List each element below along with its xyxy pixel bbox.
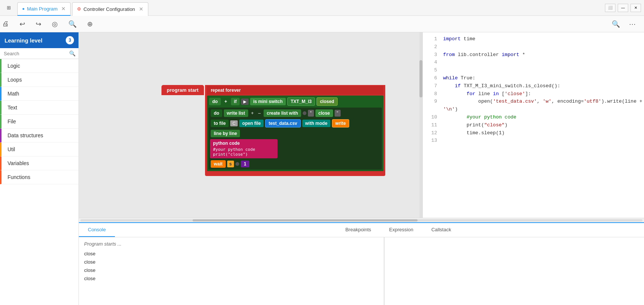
sidebar-item-data-structures[interactable]: Data structures — [0, 129, 78, 143]
plus-icon: + — [222, 98, 229, 105]
window-minimize[interactable]: — — [618, 4, 628, 12]
create-list-label[interactable]: create list with — [264, 109, 301, 117]
c-connector: C — [230, 120, 238, 126]
line-content-4 — [443, 59, 642, 67]
tab-expression[interactable]: Expression — [380, 223, 422, 237]
python-code-block[interactable]: python code #your python code print("clo… — [210, 139, 278, 158]
wait-label[interactable]: wait — [211, 160, 225, 168]
write-list-label[interactable]: write list — [224, 109, 248, 117]
code-line-1: 1 import time — [424, 35, 642, 43]
sidebar-item-loops[interactable]: Loops — [0, 73, 78, 87]
print-button[interactable]: 🖨 — [0, 18, 11, 29]
sidebar-item-math-label: Math — [8, 91, 19, 97]
search-toolbar-button[interactable]: 🔍 — [609, 18, 622, 30]
tab-breakpoints[interactable]: Breakpoints — [336, 223, 380, 237]
sidebar-item-text[interactable]: Text — [0, 101, 78, 115]
sidebar-item-file[interactable]: File — [0, 115, 78, 129]
tab-main-close[interactable]: ✕ — [61, 6, 66, 12]
txt-m-i3-label[interactable]: TXT_M_I3 — [287, 97, 315, 106]
plus-2: + — [250, 110, 255, 117]
zoom-in-button[interactable]: ⊕ — [85, 18, 95, 30]
code-line-5: 5 — [424, 67, 642, 74]
close-str-label[interactable]: close — [315, 109, 333, 117]
line-by-line-label[interactable]: line by line — [211, 130, 240, 137]
console-line-2: close — [84, 258, 379, 266]
sidebar-item-variables[interactable]: Variables — [0, 156, 78, 170]
line-content-7: if TXT_M_I3_mini_switch.is_closed(): — [443, 82, 642, 90]
python-code-line2: print("close") — [213, 152, 274, 157]
tab-console[interactable]: Console — [79, 223, 115, 237]
inner-dark-green: do write list + – create list with " clo… — [208, 108, 382, 170]
tab-controller-config[interactable]: ⚙ Controller Configuration ✕ — [72, 2, 148, 16]
write-list-row: do write list + – create list with " clo… — [209, 108, 381, 118]
bottom-panel: Console Breakpoints Expression Callstack… — [79, 222, 644, 305]
h-scrollbar-track — [80, 219, 642, 222]
if-label[interactable]: if — [231, 98, 240, 105]
code-line-10: 10 #your python code — [424, 114, 642, 121]
quote-open: " — [308, 110, 314, 117]
toolbar-right: 🔍 ⋯ — [609, 18, 644, 30]
sidebar-item-logic[interactable]: Logic — [0, 59, 78, 73]
line-by-line-row: line by line — [209, 129, 381, 138]
tab-controller-close[interactable]: ✕ — [139, 6, 143, 12]
minus: – — [257, 110, 262, 117]
tab-main-program[interactable]: ● Main Program ✕ — [17, 2, 71, 16]
window-close[interactable]: ✕ — [630, 4, 641, 12]
block-canvas[interactable]: program start repeat forever do — [79, 32, 422, 218]
console-area: Program starts ... close close close clo… — [79, 237, 384, 305]
canvas-content: program start repeat forever do — [161, 85, 385, 176]
line-content-12: time.sleep(1) — [443, 129, 642, 137]
tab-callstack-label: Callstack — [431, 227, 451, 232]
sidebar-item-logic-label: Logic — [8, 63, 20, 69]
line-num-3: 3 — [424, 51, 443, 59]
is-mini-switch-label[interactable]: is mini switch — [250, 98, 286, 105]
sidebar-item-functions[interactable]: Functions — [0, 170, 78, 184]
open-file-label[interactable]: open file — [239, 120, 264, 127]
sidebar-item-loops-label: Loops — [8, 77, 22, 83]
tab-callstack[interactable]: Callstack — [422, 223, 460, 237]
sidebar-search: 🔍 — [0, 48, 78, 59]
wait-dot — [235, 162, 239, 166]
wait-val-label[interactable]: 1 — [241, 161, 249, 167]
code-line-2: 2 — [424, 43, 642, 51]
sidebar: Learning level 3 🔍 Logic Loops Math Text… — [0, 32, 79, 305]
center-button[interactable]: ◎ — [50, 18, 60, 30]
window-maximize[interactable]: ⬜ — [605, 4, 615, 12]
search-input[interactable] — [4, 51, 67, 56]
closed-label[interactable]: closed — [317, 97, 338, 106]
h-scrollbar-thumb — [193, 219, 418, 222]
line-num-13: 13 — [424, 137, 443, 145]
tab-main-label: Main Program — [27, 6, 58, 12]
window-icon: ⊞ — [3, 0, 14, 16]
toolbar: 🖨 ↩ ↪ ◎ 🔍 ⊕ 🔍 ⋯ — [0, 16, 644, 32]
outer-block-container: repeat forever do + if ▶ is mini switch — [205, 85, 385, 176]
do-if-row: do + if ▶ is mini switch TXT_M_I3 closed — [208, 96, 383, 107]
tab-breakpoints-label: Breakpoints — [345, 227, 371, 232]
line-num-7: 7 — [424, 82, 443, 90]
canvas-vscrollbar[interactable] — [419, 32, 422, 218]
sidebar-item-text-label: Text — [8, 105, 17, 111]
code-line-13: 13 — [424, 137, 642, 145]
sidebar-item-util[interactable]: Util — [0, 143, 78, 156]
test-data-csv-label[interactable]: test_data.csv — [265, 119, 300, 127]
window-controls: ⬜ — ✕ — [605, 4, 641, 12]
h-scrollbar[interactable] — [79, 218, 644, 222]
code-line-3: 3 from lib.controller import * — [424, 51, 642, 59]
write-label[interactable]: write — [332, 119, 349, 127]
undo-button[interactable]: ↩ — [17, 18, 27, 30]
code-line-6: 6 while True: — [424, 74, 642, 82]
console-line-3: close — [84, 266, 379, 275]
sidebar-item-variables-label: Variables — [8, 160, 29, 166]
with-mode-label[interactable]: with mode — [302, 120, 330, 127]
repeat-forever-block[interactable]: repeat forever — [207, 86, 383, 95]
wait-s-label[interactable]: s — [227, 161, 234, 167]
line-content-3: from lib.controller import * — [443, 51, 642, 59]
program-start-block[interactable]: program start — [161, 85, 204, 95]
line-num-8: 8 — [424, 90, 443, 98]
sidebar-item-math[interactable]: Math — [0, 87, 78, 101]
more-button[interactable]: ⋯ — [627, 18, 638, 30]
to-file-label[interactable]: to file — [211, 120, 229, 127]
zoom-out-button[interactable]: 🔍 — [66, 18, 79, 30]
redo-button[interactable]: ↪ — [33, 18, 44, 30]
sidebar-item-file-label: File — [8, 118, 16, 124]
